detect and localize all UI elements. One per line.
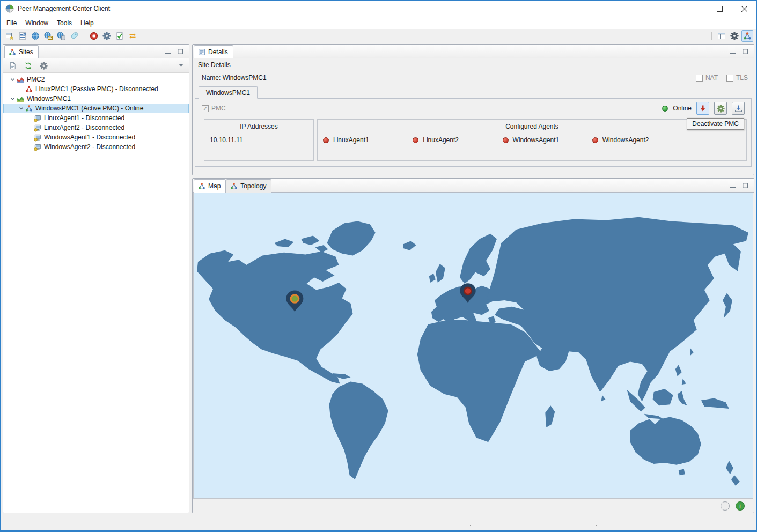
tab-sites[interactable]: Sites xyxy=(4,45,39,58)
zoom-out-button[interactable]: − xyxy=(721,501,730,511)
topology-tab-icon xyxy=(230,182,238,190)
export-report-icon xyxy=(9,62,17,70)
statusbar-separator xyxy=(596,519,597,526)
tree-item-label: LinuxPMC1 (Passive PMC) - Disconnected xyxy=(35,85,158,93)
tls-label: TLS xyxy=(736,74,748,82)
minimize-view-icon[interactable] xyxy=(164,48,172,55)
chevron-down-icon[interactable] xyxy=(9,97,16,101)
agent-status-dot xyxy=(413,137,418,143)
collect-logs-button[interactable] xyxy=(732,102,745,115)
deactivate-pmc-button[interactable] xyxy=(696,102,709,115)
site-settings-button[interactable] xyxy=(38,60,49,71)
web-button[interactable] xyxy=(30,30,41,42)
tab-windowspmc1-label: WindowsPMC1 xyxy=(206,89,250,97)
pmc-perspective-button[interactable] xyxy=(741,30,753,42)
tab-topology-label: Topology xyxy=(240,182,266,190)
menu-file[interactable]: File xyxy=(2,18,21,28)
menubar: File Window Tools Help xyxy=(1,17,756,29)
web-client-button[interactable] xyxy=(55,30,67,42)
details-panel-buttons xyxy=(729,45,754,58)
flags: NAT TLS xyxy=(696,74,748,82)
ip-addresses-box: IP Addresses 10.10.11.11 xyxy=(204,119,314,161)
app-window: Peer Management Center Client File Windo… xyxy=(0,0,757,532)
sites-toolbar xyxy=(3,58,189,73)
sync-button[interactable] xyxy=(127,30,138,42)
view-menu-icon[interactable] xyxy=(179,64,186,67)
tab-details[interactable]: Details xyxy=(194,45,233,58)
tab-topology[interactable]: Topology xyxy=(226,179,271,193)
configure-pmc-button[interactable] xyxy=(714,102,727,115)
workspace: Sites xyxy=(1,43,756,514)
maximize-view-icon[interactable] xyxy=(741,48,749,55)
preferences-button[interactable] xyxy=(729,30,740,42)
zoom-in-button[interactable]: + xyxy=(736,501,745,511)
gear-icon xyxy=(40,62,48,70)
agent-name: LinuxAgent1 xyxy=(333,136,369,144)
tls-checkbox[interactable]: TLS xyxy=(726,74,748,82)
tls-checkbox-box[interactable] xyxy=(726,75,733,82)
tab-map-label: Map xyxy=(208,182,221,190)
new-site-button[interactable] xyxy=(4,30,16,42)
tree-item-pmc2[interactable]: PMC2 xyxy=(3,75,189,84)
open-perspective-button[interactable] xyxy=(716,30,727,42)
statusbar-separator xyxy=(470,519,471,526)
stop-button[interactable] xyxy=(88,30,100,42)
chevron-down-icon[interactable] xyxy=(9,77,16,82)
gear-icon xyxy=(730,32,739,40)
nat-label: NAT xyxy=(705,74,718,82)
sites-icon xyxy=(9,48,16,56)
pin-center xyxy=(292,295,298,301)
sync-icon xyxy=(128,32,137,40)
tree-item-linuxpmc1[interactable]: LinuxPMC1 (Passive PMC) - Disconnected xyxy=(3,84,189,94)
maximize-view-icon[interactable] xyxy=(741,182,749,189)
tree-item-windowspmc1-active[interactable]: WindowsPMC1 (Active PMC) - Online xyxy=(3,104,189,113)
window-controls xyxy=(682,1,756,17)
reconnect-button[interactable] xyxy=(22,60,34,71)
email-alerts-button[interactable] xyxy=(42,30,54,42)
close-button[interactable] xyxy=(732,1,756,17)
sites-panel: Sites xyxy=(3,44,189,513)
tags-icon xyxy=(70,32,78,40)
menu-tools[interactable]: Tools xyxy=(53,18,76,28)
tree-item-linuxagent1[interactable]: LinuxAgent1 - Disconnected xyxy=(3,113,189,123)
world-map-svg[interactable] xyxy=(194,193,753,498)
ip-address-value: 10.10.11.11 xyxy=(210,136,308,144)
assign-jobs-button[interactable] xyxy=(17,30,28,42)
tags-button[interactable] xyxy=(68,30,80,42)
tree-item-label: LinuxAgent2 - Disconnected xyxy=(44,124,124,131)
pmc-checkbox[interactable]: ✓ PMC xyxy=(202,105,226,112)
tree-item-windowspmc1-site[interactable]: WindowsPMC1 xyxy=(3,94,189,104)
minimize-button[interactable] xyxy=(682,1,707,17)
menu-help[interactable]: Help xyxy=(76,18,98,28)
map-panel: Map Topology xyxy=(192,178,754,513)
web-globe-icon xyxy=(31,32,40,40)
site-name-label: Name: WindowsPMC1 xyxy=(202,74,267,82)
configure-gear-icon xyxy=(717,105,725,113)
tree-item-linuxagent2[interactable]: LinuxAgent2 - Disconnected xyxy=(3,123,189,132)
settings-button[interactable] xyxy=(101,30,113,42)
right-column: Details Site Details Name: WindowsPMC1 xyxy=(192,44,754,513)
tree-item-windowsagent2[interactable]: WindowsAgent2 - Disconnected xyxy=(3,142,189,152)
maximize-button[interactable] xyxy=(707,1,732,17)
stop-icon xyxy=(90,32,98,40)
tree-item-label: WindowsAgent2 - Disconnected xyxy=(44,143,135,151)
pmc-checkbox-box[interactable]: ✓ xyxy=(202,105,209,112)
maximize-view-icon[interactable] xyxy=(177,48,184,55)
agents-box-title: Configured Agents xyxy=(323,123,741,130)
nat-checkbox-box[interactable] xyxy=(696,75,703,82)
online-status-label: Online xyxy=(673,105,692,112)
tab-map[interactable]: Map xyxy=(194,179,226,193)
nat-checkbox[interactable]: NAT xyxy=(696,74,718,82)
export-report-button[interactable] xyxy=(6,60,18,71)
chevron-down-icon[interactable] xyxy=(17,106,25,111)
status-cluster: Online xyxy=(662,102,745,115)
tree-item-windowsagent1[interactable]: WindowsAgent1 - Disconnected xyxy=(3,132,189,142)
minimize-view-icon[interactable] xyxy=(729,182,737,189)
validate-button[interactable] xyxy=(114,30,126,42)
map-footer: − + xyxy=(193,499,753,513)
tree-item-label: WindowsAgent1 - Disconnected xyxy=(44,134,135,141)
menu-window[interactable]: Window xyxy=(21,18,53,28)
minimize-view-icon[interactable] xyxy=(729,48,737,55)
tab-windowspmc1[interactable]: WindowsPMC1 xyxy=(199,86,258,99)
world-map[interactable] xyxy=(193,193,753,499)
